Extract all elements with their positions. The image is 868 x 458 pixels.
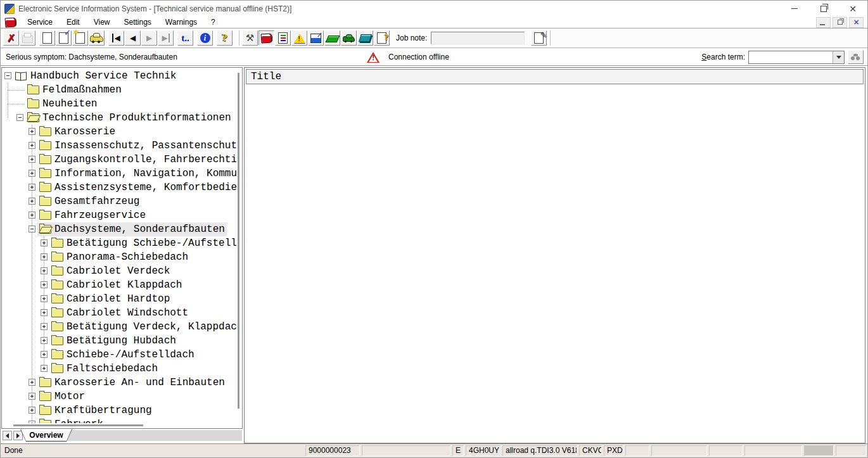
menu-view[interactable]: View bbox=[87, 16, 117, 28]
menu-settings[interactable]: Settings bbox=[117, 16, 158, 28]
tree-item-label: Betätigung Verdeck, Klappdach bbox=[67, 320, 236, 334]
mdi-minimize-button[interactable] bbox=[816, 17, 831, 28]
tree-item[interactable]: Betätigung Schiebe-/Aufstelldach bbox=[2, 236, 236, 250]
expand-icon[interactable] bbox=[41, 337, 48, 344]
search-dropdown-button[interactable] bbox=[833, 51, 844, 63]
tree-item[interactable]: Motor bbox=[2, 390, 236, 404]
horizontal-scrollbar[interactable] bbox=[13, 424, 143, 426]
first-record-button[interactable] bbox=[108, 30, 124, 46]
tree-item[interactable]: Panorama-Schiebedach bbox=[2, 250, 236, 264]
document-list-button[interactable] bbox=[275, 30, 291, 46]
tree-item[interactable]: Cabriolet Hardtop bbox=[2, 292, 236, 306]
expand-icon[interactable] bbox=[41, 351, 48, 358]
tree-item[interactable]: Feldmaßnahmen bbox=[2, 83, 236, 97]
tree-item[interactable]: Fahrzeugservice bbox=[2, 208, 236, 222]
expand-icon[interactable] bbox=[29, 142, 35, 149]
restore-button[interactable] bbox=[809, 1, 838, 16]
tree-item[interactable]: Dachsysteme, Sonderaufbauten bbox=[2, 222, 236, 236]
tree-item[interactable]: Faltschiebedach bbox=[2, 362, 236, 376]
vertical-scrollbar[interactable] bbox=[238, 73, 239, 409]
expand-icon[interactable] bbox=[29, 379, 35, 386]
tree-item[interactable]: Handbuch Service Technik bbox=[2, 69, 236, 83]
expand-icon[interactable] bbox=[29, 407, 35, 414]
tree-item[interactable]: Cabriolet Windschott bbox=[2, 306, 236, 320]
tab-overview[interactable]: Overview bbox=[20, 429, 72, 442]
folder-icon bbox=[51, 336, 63, 345]
new-note-button[interactable] bbox=[72, 30, 88, 46]
workshop-equipment-button[interactable] bbox=[357, 30, 373, 46]
menu-service[interactable]: Service bbox=[20, 16, 60, 28]
help-button[interactable] bbox=[217, 30, 233, 46]
vehicle-button[interactable] bbox=[89, 30, 105, 46]
green-car-button[interactable] bbox=[341, 30, 357, 46]
collapse-icon[interactable] bbox=[16, 114, 23, 121]
expand-icon[interactable] bbox=[41, 323, 48, 330]
collapse-icon[interactable] bbox=[4, 72, 11, 79]
tree-item[interactable]: Technische Produktinformationen bbox=[2, 111, 236, 125]
tree-item[interactable]: Karosserie bbox=[2, 125, 236, 139]
expand-icon[interactable] bbox=[41, 253, 48, 260]
tree-item[interactable]: Karosserie An- und Einbauten bbox=[2, 376, 236, 390]
tree-item-label: Cabriolet Hardtop bbox=[67, 292, 170, 306]
tree-item[interactable]: Information, Navigation, Kommunikation bbox=[2, 167, 236, 181]
exit-icon bbox=[6, 32, 15, 44]
close-icon: ✕ bbox=[853, 19, 859, 26]
tree-item-label: Motor bbox=[54, 390, 85, 404]
minimize-button[interactable] bbox=[780, 1, 809, 16]
expand-icon[interactable] bbox=[41, 267, 48, 274]
search-term-input[interactable] bbox=[749, 51, 833, 63]
info-button[interactable] bbox=[197, 30, 213, 46]
tree-item[interactable]: Betätigung Hubdach bbox=[2, 334, 236, 348]
mdi-close-button[interactable]: ✕ bbox=[849, 17, 864, 28]
tree-item[interactable]: Gesamtfahrzeug bbox=[2, 194, 236, 208]
tree-item[interactable]: Cabriolet Klappdach bbox=[2, 278, 236, 292]
tools-button[interactable] bbox=[242, 30, 258, 46]
next-record-icon bbox=[146, 34, 152, 42]
job-note-input[interactable] bbox=[431, 32, 525, 44]
expand-icon[interactable] bbox=[41, 309, 48, 316]
status-field-3: E bbox=[452, 445, 464, 456]
expand-icon[interactable] bbox=[29, 393, 35, 400]
expand-icon[interactable] bbox=[41, 295, 48, 302]
expand-icon[interactable] bbox=[29, 198, 35, 205]
expand-icon[interactable] bbox=[29, 128, 35, 135]
expand-icon[interactable] bbox=[41, 365, 48, 372]
menu-help[interactable]: ? bbox=[204, 16, 222, 28]
menu-edit[interactable]: Edit bbox=[60, 16, 87, 28]
expand-icon[interactable] bbox=[29, 184, 35, 191]
expand-icon[interactable] bbox=[29, 421, 35, 423]
menu-warnings[interactable]: Warnings bbox=[158, 16, 204, 28]
expand-icon[interactable] bbox=[29, 212, 35, 219]
close-button[interactable]: ✕ bbox=[838, 1, 867, 16]
tree-item[interactable]: Fahrwerk bbox=[2, 417, 236, 423]
folder-icon bbox=[51, 350, 63, 359]
history-button[interactable]: t.. bbox=[177, 30, 193, 46]
mdi-restore-button[interactable] bbox=[833, 17, 847, 28]
paint-button[interactable] bbox=[308, 30, 324, 46]
tree-item[interactable]: Insassenschutz, Passantenschutz bbox=[2, 139, 236, 153]
green-book-button[interactable] bbox=[324, 30, 340, 46]
collapse-icon[interactable] bbox=[29, 226, 35, 232]
previous-record-button[interactable] bbox=[125, 30, 141, 46]
expand-icon[interactable] bbox=[41, 239, 48, 246]
new-document-button[interactable] bbox=[39, 30, 55, 46]
tree-item[interactable]: Betätigung Verdeck, Klappdach bbox=[2, 320, 236, 334]
document-check-button[interactable] bbox=[56, 30, 72, 46]
expand-icon[interactable] bbox=[41, 281, 48, 288]
tree-item[interactable]: Cabriolet Verdeck bbox=[2, 264, 236, 278]
tree-item[interactable]: Schiebe-/Aufstelldach bbox=[2, 348, 236, 362]
expand-icon[interactable] bbox=[29, 156, 35, 163]
note-edit-button[interactable] bbox=[531, 30, 547, 46]
warning-triangle-button[interactable] bbox=[291, 30, 307, 46]
manual-button[interactable] bbox=[258, 30, 274, 46]
exit-button[interactable] bbox=[3, 30, 19, 46]
tree-item[interactable]: Zugangskontrolle, Fahrberechtigung bbox=[2, 153, 236, 167]
document-question-button[interactable] bbox=[374, 30, 390, 46]
tree-item[interactable]: Neuheiten bbox=[2, 97, 236, 111]
tab-scroll-right-button[interactable] bbox=[13, 431, 23, 440]
tab-scroll-left-button[interactable] bbox=[3, 431, 12, 440]
tree-item[interactable]: Assistenzsysteme, Komfortbedienung bbox=[2, 181, 236, 194]
tree-item[interactable]: Kraftübertragung bbox=[2, 404, 236, 417]
expand-icon[interactable] bbox=[29, 170, 35, 177]
search-term-combobox[interactable] bbox=[748, 51, 845, 64]
